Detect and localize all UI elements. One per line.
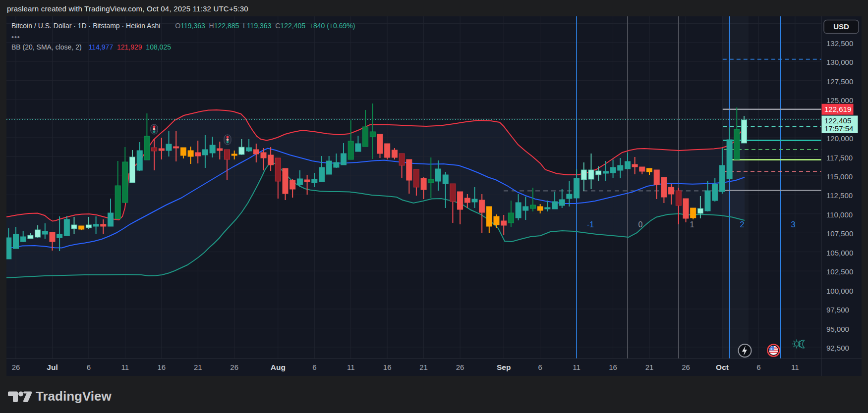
svg-text:6: 6: [87, 363, 91, 371]
svg-text:2: 2: [740, 220, 745, 229]
svg-text:120,000: 120,000: [826, 134, 853, 143]
svg-text:Aug: Aug: [271, 363, 286, 371]
svg-text:21: 21: [194, 363, 202, 371]
svg-text:117,500: 117,500: [826, 154, 853, 162]
svg-text:102,500: 102,500: [826, 267, 853, 276]
svg-text:16: 16: [609, 363, 617, 371]
svg-text:6: 6: [756, 363, 760, 371]
svg-text:95,000: 95,000: [826, 325, 849, 333]
svg-text:Sep: Sep: [497, 363, 511, 371]
svg-text:127,500: 127,500: [826, 77, 853, 86]
svg-text:0: 0: [638, 220, 643, 229]
svg-text:122,619: 122,619: [824, 105, 851, 113]
svg-text:16: 16: [383, 363, 392, 371]
svg-text:11: 11: [791, 363, 799, 371]
svg-text:11: 11: [121, 363, 129, 371]
svg-text:26: 26: [230, 363, 238, 371]
svg-text:3: 3: [791, 220, 796, 229]
svg-text:Oct: Oct: [716, 363, 729, 371]
svg-text:125,000: 125,000: [826, 96, 853, 104]
svg-text:115,000: 115,000: [826, 172, 853, 181]
svg-text:130,000: 130,000: [826, 58, 853, 66]
svg-text:TradingView: TradingView: [36, 389, 112, 404]
svg-text:112,500: 112,500: [826, 191, 853, 200]
svg-text:6: 6: [312, 363, 316, 371]
svg-text:11: 11: [573, 363, 580, 371]
svg-text:105,000: 105,000: [826, 249, 853, 257]
svg-text:122,405: 122,405: [824, 116, 851, 125]
svg-text:26: 26: [682, 363, 690, 371]
svg-text:USD: USD: [833, 22, 849, 31]
svg-text:6: 6: [538, 363, 542, 371]
svg-text:26: 26: [456, 363, 464, 371]
svg-text:26: 26: [12, 363, 20, 371]
svg-text:107,500: 107,500: [826, 229, 853, 238]
svg-text:1: 1: [690, 220, 694, 229]
svg-text:11: 11: [347, 363, 355, 371]
svg-text:16: 16: [157, 363, 166, 371]
svg-text:100,000: 100,000: [826, 287, 853, 295]
svg-text:21: 21: [645, 363, 654, 371]
svg-text:92,500: 92,500: [826, 344, 849, 352]
svg-text:97,500: 97,500: [826, 306, 849, 314]
svg-text:132,500: 132,500: [826, 39, 853, 48]
svg-text:Jul: Jul: [47, 363, 58, 371]
svg-text:21: 21: [419, 363, 428, 371]
svg-text:-1: -1: [587, 220, 594, 229]
svg-text:17:57:54: 17:57:54: [824, 124, 853, 133]
svg-text:110,000: 110,000: [826, 210, 853, 219]
